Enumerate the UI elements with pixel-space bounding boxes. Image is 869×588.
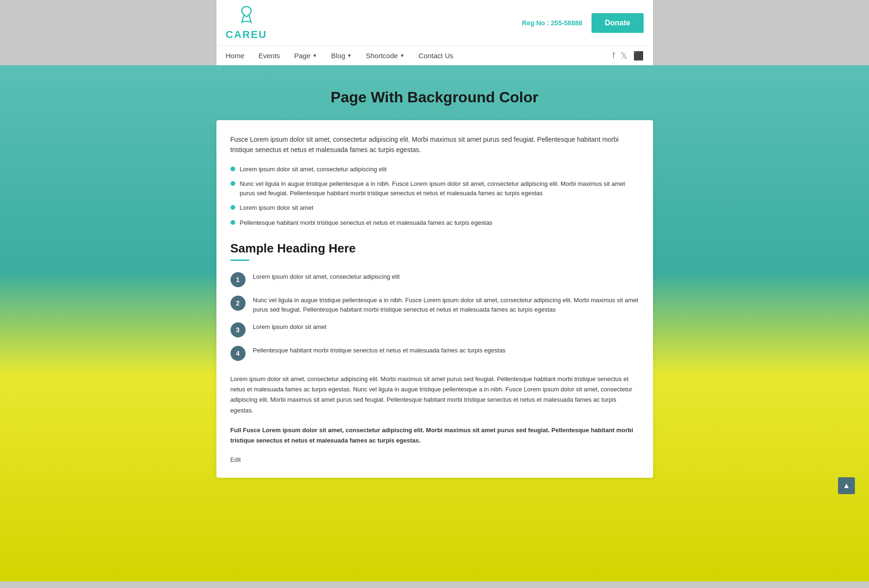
blog-dropdown-arrow: ▼ (347, 53, 352, 58)
facebook-icon[interactable]: f (612, 51, 615, 61)
reg-label: Reg No : (522, 19, 549, 27)
logo-area: CAREU (226, 5, 267, 41)
header-top: CAREU Reg No : 255-58888 Donate (216, 0, 653, 46)
nav-shortcode[interactable]: Shortcode ▼ (366, 52, 404, 60)
sample-heading: Sample Heading Here (231, 241, 639, 256)
page-wrapper: CAREU Reg No : 255-58888 Donate Home Eve… (0, 0, 869, 581)
nav-links: Home Events Page ▼ Blog ▼ Shortcode ▼ Co… (226, 46, 454, 65)
donate-button[interactable]: Donate (592, 13, 643, 33)
reg-no: Reg No : 255-58888 (522, 19, 582, 27)
list-item: 1 Lorem ipsum dolor sit amet, consectetu… (231, 272, 639, 287)
header: CAREU Reg No : 255-58888 Donate Home Eve… (216, 0, 653, 65)
bullet-dot (231, 167, 235, 171)
hero-section: Page With Background Color Fusce Lorem i… (0, 65, 869, 581)
header-right: Reg No : 255-58888 Donate (522, 13, 644, 33)
edit-link[interactable]: Edit (231, 456, 241, 463)
shortcode-dropdown-arrow: ▼ (400, 53, 405, 58)
scroll-top-button[interactable]: ▲ (838, 477, 855, 494)
list-item: 4 Pellentesque habitant morbi tristique … (231, 346, 639, 361)
instagram-icon[interactable]: ⬛ (633, 51, 644, 61)
list-item: Nunc vel ligula in augue tristique pelle… (231, 179, 639, 198)
content-card: Fusce Lorem ipsum dolor sit amet, consec… (216, 120, 653, 478)
reg-number: 255-58888 (551, 19, 582, 27)
social-icons: f 𝕏 ⬛ (612, 51, 643, 61)
heading-underline (231, 260, 249, 261)
nav-blog[interactable]: Blog ▼ (331, 52, 352, 60)
nav-contact[interactable]: Contact Us (419, 52, 454, 60)
nav-page[interactable]: Page ▼ (294, 52, 317, 60)
list-item: 3 Lorem ipsum dolor sit amet (231, 322, 639, 337)
logo-icon (237, 5, 256, 28)
list-item: Lorem ipsum dolor sit amet, consectetur … (231, 165, 639, 174)
number-circle-3: 3 (231, 322, 246, 337)
bullet-dot (231, 220, 235, 225)
bullet-dot (231, 205, 235, 210)
body-text: Lorem ipsum dolor sit amet, consectetur … (231, 374, 639, 415)
nav-home[interactable]: Home (226, 52, 245, 60)
list-item: 2 Nunc vel ligula in augue tristique pel… (231, 296, 639, 314)
number-circle-1: 1 (231, 272, 246, 287)
page-dropdown-arrow: ▼ (312, 53, 317, 58)
body-text-bold: Full Fusce Lorem ipsum dolor sit amet, c… (231, 425, 639, 446)
page-title: Page With Background Color (0, 84, 869, 106)
bullet-dot (231, 181, 235, 186)
number-circle-2: 2 (231, 296, 246, 311)
numbered-list: 1 Lorem ipsum dolor sit amet, consectetu… (231, 272, 639, 361)
twitter-icon[interactable]: 𝕏 (621, 51, 628, 61)
logo-text: CAREU (226, 29, 267, 41)
list-item: Pellentesque habitant morbi tristique se… (231, 218, 639, 228)
list-item: Lorem ipsum dolor sit amet (231, 203, 639, 213)
intro-text: Fusce Lorem ipsum dolor sit amet, consec… (231, 134, 639, 155)
header-nav: Home Events Page ▼ Blog ▼ Shortcode ▼ Co… (216, 46, 653, 65)
bullet-list: Lorem ipsum dolor sit amet, consectetur … (231, 165, 639, 228)
nav-events[interactable]: Events (259, 52, 280, 60)
number-circle-4: 4 (231, 346, 246, 361)
